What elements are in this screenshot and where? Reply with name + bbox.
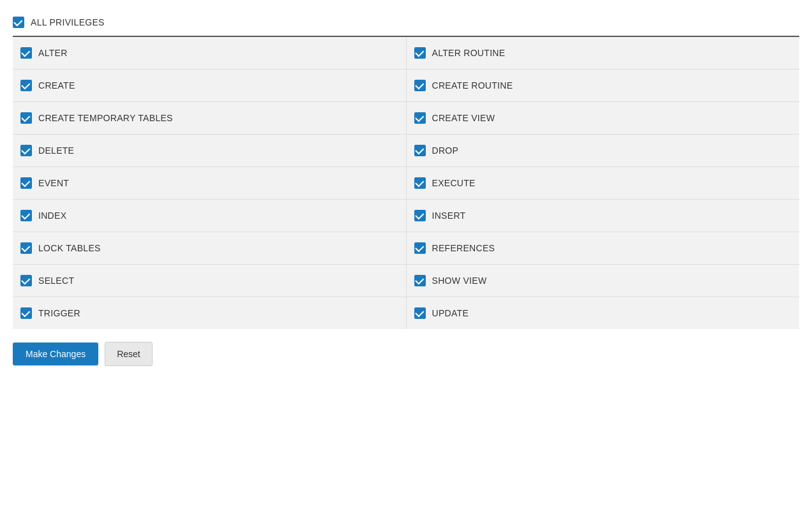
checkbox-5-left[interactable]: [20, 210, 32, 221]
privilege-label-8-left: TRIGGER: [38, 308, 80, 318]
checkbox-4-left[interactable]: [20, 177, 32, 189]
page-wrapper: ALL PRIVILEGES ALTER ALTER ROUTINE CREAT…: [0, 0, 812, 523]
privilege-cell-right-1: CREATE ROUTINE: [407, 70, 800, 101]
privilege-cell-right-6: REFERENCES: [407, 232, 800, 264]
privilege-cell-right-2: CREATE VIEW: [407, 102, 800, 134]
privilege-cell-left-5: INDEX: [13, 200, 407, 232]
checkbox-wrapper[interactable]: REFERENCES: [414, 242, 495, 254]
checkbox-wrapper[interactable]: SHOW VIEW: [414, 275, 487, 286]
checkbox-3-right[interactable]: [414, 145, 426, 156]
privilege-label-6-left: LOCK TABLES: [38, 243, 101, 253]
privilege-label-6-right: REFERENCES: [432, 243, 495, 253]
privilege-label-2-left: CREATE TEMPORARY TABLES: [38, 113, 173, 123]
privilege-cell-left-3: DELETE: [13, 135, 407, 166]
checkbox-7-right[interactable]: [414, 275, 426, 286]
privilege-cell-right-7: SHOW VIEW: [407, 265, 800, 297]
table-row: LOCK TABLES REFERENCES: [13, 232, 799, 265]
checkbox-wrapper[interactable]: TRIGGER: [20, 307, 80, 319]
checkbox-wrapper[interactable]: CREATE ROUTINE: [414, 80, 513, 91]
table-row: INDEX INSERT: [13, 200, 799, 232]
table-row: EVENT EXECUTE: [13, 167, 799, 200]
checkbox-wrapper[interactable]: CREATE VIEW: [414, 112, 495, 124]
checkbox-6-left[interactable]: [20, 242, 32, 254]
checkbox-1-left[interactable]: [20, 80, 32, 91]
checkbox-wrapper[interactable]: UPDATE: [414, 307, 469, 319]
checkbox-wrapper[interactable]: INDEX: [20, 210, 66, 221]
privilege-cell-left-8: TRIGGER: [13, 297, 407, 329]
privilege-cell-right-8: UPDATE: [407, 297, 800, 329]
privilege-cell-right-3: DROP: [407, 135, 800, 166]
privilege-cell-left-7: SELECT: [13, 265, 407, 297]
privilege-label-3-right: DROP: [432, 145, 459, 156]
privilege-label-5-left: INDEX: [38, 210, 66, 221]
checkbox-wrapper[interactable]: INSERT: [414, 210, 466, 221]
privilege-label-7-left: SELECT: [38, 276, 74, 286]
checkbox-0-left[interactable]: [20, 47, 32, 59]
checkbox-wrapper[interactable]: SELECT: [20, 275, 74, 286]
all-privileges-row: ALL PRIVILEGES: [13, 10, 799, 37]
privilege-label-2-right: CREATE VIEW: [432, 113, 495, 123]
table-row: ALTER ALTER ROUTINE: [13, 37, 799, 70]
privilege-label-1-right: CREATE ROUTINE: [432, 80, 513, 91]
checkbox-8-right[interactable]: [414, 307, 426, 319]
footer-row: Make Changes Reset: [13, 329, 799, 372]
checkbox-1-right[interactable]: [414, 80, 426, 91]
privilege-label-4-right: EXECUTE: [432, 178, 476, 188]
checkbox-8-left[interactable]: [20, 307, 32, 319]
checkbox-wrapper[interactable]: ALTER: [20, 47, 68, 59]
privilege-label-0-left: ALTER: [38, 48, 68, 58]
privilege-cell-left-2: CREATE TEMPORARY TABLES: [13, 102, 407, 134]
privilege-cell-left-0: ALTER: [13, 37, 407, 69]
privilege-cell-left-4: EVENT: [13, 167, 407, 199]
privileges-grid: ALTER ALTER ROUTINE CREATE CREATE ROUTIN…: [13, 37, 799, 329]
checkbox-6-right[interactable]: [414, 242, 426, 254]
table-row: TRIGGER UPDATE: [13, 297, 799, 329]
privilege-label-8-right: UPDATE: [432, 308, 469, 318]
privilege-label-4-left: EVENT: [38, 178, 69, 188]
privilege-label-5-right: INSERT: [432, 210, 466, 221]
privilege-cell-right-4: EXECUTE: [407, 167, 800, 199]
checkbox-wrapper[interactable]: DROP: [414, 145, 459, 156]
privilege-label-7-right: SHOW VIEW: [432, 276, 487, 286]
table-row: DELETE DROP: [13, 135, 799, 167]
privilege-label-1-left: CREATE: [38, 80, 75, 91]
checkbox-wrapper[interactable]: LOCK TABLES: [20, 242, 101, 254]
all-privileges-checkbox[interactable]: [13, 17, 24, 28]
checkbox-2-left[interactable]: [20, 112, 32, 124]
privilege-label-3-left: DELETE: [38, 145, 74, 156]
checkbox-2-right[interactable]: [414, 112, 426, 124]
checkbox-7-left[interactable]: [20, 275, 32, 286]
privilege-cell-right-0: ALTER ROUTINE: [407, 37, 800, 69]
checkbox-3-left[interactable]: [20, 145, 32, 156]
checkbox-wrapper[interactable]: ALTER ROUTINE: [414, 47, 506, 59]
checkbox-wrapper[interactable]: EXECUTE: [414, 177, 476, 189]
privilege-label-0-right: ALTER ROUTINE: [432, 48, 506, 58]
checkbox-0-right[interactable]: [414, 47, 426, 59]
table-row: CREATE CREATE ROUTINE: [13, 70, 799, 102]
all-privileges-label: ALL PRIVILEGES: [31, 17, 105, 27]
privilege-cell-right-5: INSERT: [407, 200, 800, 232]
checkbox-4-right[interactable]: [414, 177, 426, 189]
privilege-cell-left-1: CREATE: [13, 70, 407, 101]
make-changes-button[interactable]: Make Changes: [13, 343, 98, 365]
checkbox-wrapper[interactable]: CREATE TEMPORARY TABLES: [20, 112, 173, 124]
table-row: SELECT SHOW VIEW: [13, 265, 799, 297]
checkbox-5-right[interactable]: [414, 210, 426, 221]
checkbox-wrapper[interactable]: DELETE: [20, 145, 74, 156]
privilege-cell-left-6: LOCK TABLES: [13, 232, 407, 264]
checkbox-wrapper[interactable]: EVENT: [20, 177, 69, 189]
table-row: CREATE TEMPORARY TABLES CREATE VIEW: [13, 102, 799, 135]
all-privileges-checkbox-wrapper[interactable]: ALL PRIVILEGES: [13, 17, 105, 28]
checkbox-wrapper[interactable]: CREATE: [20, 80, 75, 91]
reset-button[interactable]: Reset: [105, 342, 153, 366]
